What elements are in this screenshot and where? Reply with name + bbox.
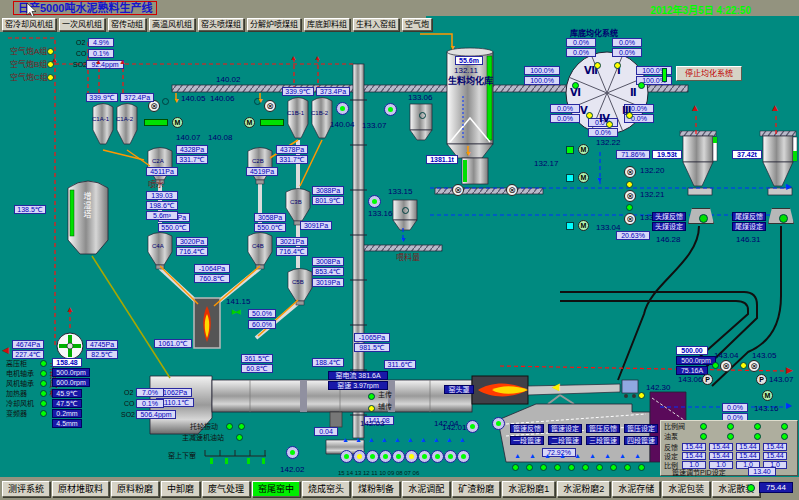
heater-label: 加热器 [6, 390, 27, 397]
c5b-temp: 853.4℃ [312, 267, 344, 276]
fan-142-01[interactable] [466, 420, 479, 433]
silo-feeder-2[interactable]: ⊗ [506, 184, 518, 196]
bottom-button-11[interactable]: 水泥粉磨2 [557, 481, 610, 497]
pump-143-06[interactable]: P [702, 374, 713, 385]
bottom-button-6[interactable]: 烧成窑头 [302, 481, 350, 497]
airgun-b-label: 空气炮B组 [10, 61, 47, 69]
bottom-button-0[interactable]: 测评系统 [2, 481, 50, 497]
transport-motor-2[interactable]: M [578, 172, 589, 183]
tag-142-30: 142.30 [646, 384, 670, 392]
bottom-button-4[interactable]: 废气处理 [202, 481, 250, 497]
cooler-air-arrow: ▲ [604, 452, 611, 459]
tail-coal-feedback: 尾煤反馈 [732, 212, 766, 221]
rotary-valve-133-02[interactable]: ⊗ [624, 213, 636, 225]
bottom-button-7[interactable]: 煤粉制备 [352, 481, 400, 497]
bottom-button-1[interactable]: 原材堆取料 [52, 481, 109, 497]
top-button-2[interactable]: 窑传动组 [108, 18, 146, 31]
mid-a-temp: 550.0℃ [158, 223, 190, 232]
fan-142-02[interactable] [286, 446, 299, 459]
bottom-button-3[interactable]: 中卸磨 [161, 481, 200, 497]
bottom-button-12[interactable]: 水泥存储 [612, 481, 660, 497]
system-run-value: 75.44 [759, 482, 793, 493]
shell-cooling-fan[interactable] [457, 450, 470, 463]
bottom-button-5[interactable]: 窑尾窑中 [252, 481, 300, 497]
top-button-8[interactable]: 空气炮 [402, 18, 432, 31]
shell-cooling-fan[interactable] [392, 450, 405, 463]
grate-box-2: 篦速设定 [548, 424, 582, 433]
fan-133-15[interactable] [368, 195, 381, 208]
prop-valve-led [727, 423, 734, 430]
system-run-led [747, 484, 755, 492]
homog-bl-1: 0.0% [550, 104, 580, 113]
bottom-button-8[interactable]: 水泥调配 [402, 481, 450, 497]
feed-motor-b[interactable]: M [244, 117, 255, 128]
rotary-valve-143-05[interactable]: ⊗ [748, 360, 760, 372]
tag-133-15: 133.15 [388, 188, 412, 196]
bottom-button-9[interactable]: 矿渣粉磨 [452, 481, 500, 497]
riser-valve[interactable]: ▶◀ [232, 308, 239, 315]
rotary-valve-132-21[interactable]: ⊗ [624, 190, 636, 202]
main-drive-led [368, 393, 375, 400]
kiln-hood-label: 窑头罩 [444, 385, 474, 394]
shell-fan-warn-2[interactable] [405, 450, 418, 463]
homog-l-2: 100.0% [524, 76, 560, 85]
transport-motor-3[interactable]: M [578, 220, 589, 231]
shell-cooling-fan[interactable] [340, 450, 353, 463]
shell-cooling-fan[interactable] [431, 450, 444, 463]
stop-homog-button[interactable]: 停止均化系统 [676, 66, 742, 81]
top-button-7[interactable]: 生料入窑组 [353, 18, 399, 31]
silo-bin-weight: 1381.1t [426, 155, 458, 164]
idfan-value-3: 600.0rpm [52, 378, 90, 387]
cyclone-c2b-label: C2B [252, 158, 264, 164]
crusher-current: 75.16A [676, 366, 708, 375]
shell-fan-warn-1[interactable] [353, 450, 366, 463]
calciner-coal-weighfeeder[interactable] [768, 208, 794, 224]
top-button-4[interactable]: 窑头喷煤组 [198, 18, 244, 31]
prop-valve-label: 比例阀 [664, 423, 685, 430]
fan-140-04[interactable] [336, 102, 349, 115]
cooler-fan-led [554, 464, 561, 471]
rotary-valve-143-04[interactable]: ⊗ [720, 360, 732, 372]
top-button-1[interactable]: 一次风机组 [59, 18, 105, 31]
shell-cooling-fan[interactable] [418, 450, 431, 463]
motor-bearing-label: 电机轴承 [6, 370, 34, 377]
feed-drop-arrow-1: ▼ [173, 97, 180, 104]
fan-133-06[interactable] [384, 103, 397, 116]
head-coal-weighfeeder[interactable] [688, 208, 714, 224]
airgun-a-led [47, 48, 54, 55]
shell-cooling-fan[interactable] [379, 450, 392, 463]
cyclone-c3b-label: C3B [290, 199, 302, 205]
aux-drive-led [368, 405, 375, 412]
clinker-conveyor-motor[interactable]: M [762, 390, 773, 401]
top-button-6[interactable]: 库底卸料组 [304, 18, 350, 31]
grate-pid-value: 13.40 [748, 467, 776, 476]
kiln-shell-temp-3: 311.6℃ [384, 360, 416, 369]
c1b-exhaust-arrow-1: ▲ [290, 54, 297, 61]
silo-feeder-1[interactable]: ⊗ [452, 184, 464, 196]
rotary-valve-132-20[interactable]: ⊗ [624, 166, 636, 178]
grate-box-5: 一段篦速 [510, 436, 544, 445]
tag-140-07: 140.07 [176, 134, 200, 142]
top-button-5[interactable]: 分解炉喷煤组 [247, 18, 301, 31]
c1b-exhaust-arrow-2: ▲ [314, 54, 321, 61]
gct-outlet-temp: 138.5℃ [14, 205, 46, 214]
feed-motor-a[interactable]: M [172, 117, 183, 128]
transport-motor-1[interactable]: M [578, 144, 589, 155]
top-button-0[interactable]: 窑冷却风机组 [2, 18, 56, 31]
cooler-inlet-fan[interactable] [492, 417, 505, 430]
feed-belt-b [260, 119, 284, 126]
bottom-button-10[interactable]: 水泥粉磨1 [502, 481, 555, 497]
shell-cooling-fan[interactable] [444, 450, 457, 463]
pump-143-07[interactable]: P [756, 374, 767, 385]
grate-box-8: 四段篦速 [624, 436, 658, 445]
top-button-3[interactable]: 高温风机组 [149, 18, 195, 31]
transport-right-arrow: ▶ [786, 183, 792, 191]
homog-led-y2 [614, 62, 621, 69]
bottom-button-2[interactable]: 原料粉磨 [111, 481, 159, 497]
cooler-fan-led [624, 464, 631, 471]
feed-valve-b[interactable]: ⊗ [264, 100, 276, 112]
shell-cooling-fan[interactable] [366, 450, 379, 463]
homog-tl-2: 0.0% [566, 48, 596, 57]
gas1-co-label: CO [76, 50, 87, 57]
bottom-button-13[interactable]: 水泥包装 [662, 481, 710, 497]
